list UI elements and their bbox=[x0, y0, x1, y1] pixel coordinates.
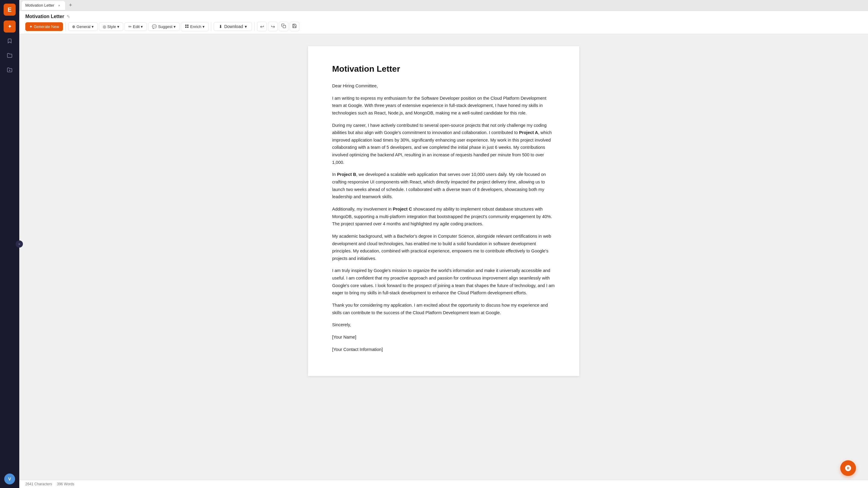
style-chevron-icon: ▾ bbox=[117, 24, 119, 29]
svg-rect-5 bbox=[187, 27, 188, 28]
paragraph-3: In Project B, we developed a scalable we… bbox=[332, 171, 555, 201]
chat-fab-button[interactable] bbox=[840, 460, 856, 476]
status-bar: 2641 Characters 396 Words bbox=[19, 480, 868, 488]
style-button[interactable]: ◎ Style ▾ bbox=[99, 22, 123, 31]
edit-label: Edit bbox=[133, 24, 140, 29]
author-contact: [Your Contact Information] bbox=[332, 346, 555, 353]
paragraph-2-before: During my career, I have actively contri… bbox=[332, 123, 547, 135]
enrich-button[interactable]: Enrich ▾ bbox=[181, 22, 209, 31]
download-chevron-icon: ▾ bbox=[245, 24, 247, 29]
general-chevron-icon: ▾ bbox=[92, 24, 94, 29]
suggest-icon: 💬 bbox=[152, 24, 157, 29]
sidebar-item-bookmark[interactable] bbox=[4, 35, 16, 47]
download-label: Download bbox=[224, 24, 243, 29]
document-title: Motivation Letter bbox=[25, 14, 64, 19]
edit-title-icon[interactable]: ✎ bbox=[67, 14, 70, 19]
download-icon: ⬇ bbox=[219, 24, 222, 29]
project-b-label: Project B bbox=[337, 172, 356, 177]
document-area[interactable]: Motivation Letter Dear Hiring Committee,… bbox=[19, 34, 868, 480]
generate-new-button[interactable]: ✦ Generate New bbox=[25, 22, 63, 31]
style-icon: ◎ bbox=[103, 24, 106, 29]
general-button[interactable]: ⊕ General ▾ bbox=[68, 22, 98, 31]
paragraph-2: During my career, I have actively contri… bbox=[332, 122, 555, 166]
svg-rect-2 bbox=[185, 24, 187, 26]
toolbar-separator-3 bbox=[254, 22, 255, 31]
sidebar-item-folder2[interactable] bbox=[4, 64, 16, 76]
app-logo[interactable]: E bbox=[4, 4, 16, 16]
svg-rect-6 bbox=[283, 25, 286, 28]
tab-label: Motivation Letter bbox=[25, 3, 54, 7]
paragraph-2-after: , which improved application load times … bbox=[332, 130, 552, 165]
suggest-label: Suggest bbox=[158, 24, 173, 29]
paragraph-7: Thank you for considering my application… bbox=[332, 301, 555, 316]
paragraph-5: My academic background, with a Bachelor'… bbox=[332, 233, 555, 262]
tab-add-button[interactable]: + bbox=[66, 1, 75, 10]
paragraph-6: I am truly inspired by Google's mission … bbox=[332, 267, 555, 297]
enrich-label: Enrich bbox=[190, 24, 201, 29]
paragraph-4-before: Additionally, my involvement in bbox=[332, 207, 393, 212]
edit-button[interactable]: ✏ Edit ▾ bbox=[124, 22, 147, 31]
editor-header: Motivation Letter ✎ ✦ Generate New ⊕ Gen… bbox=[19, 11, 868, 34]
svg-rect-4 bbox=[185, 27, 187, 28]
toolbar-separator-1 bbox=[65, 22, 66, 31]
user-avatar[interactable]: V bbox=[4, 474, 15, 484]
edit-chevron-icon: ▾ bbox=[141, 24, 143, 29]
suggest-button[interactable]: 💬 Suggest ▾ bbox=[148, 22, 180, 31]
save-icon bbox=[292, 24, 297, 30]
toolbar-separator-2 bbox=[211, 22, 211, 31]
tab-close-button[interactable]: × bbox=[57, 3, 61, 8]
style-label: Style bbox=[107, 24, 116, 29]
sidebar-item-star[interactable]: ✦ bbox=[4, 21, 16, 33]
general-label: General bbox=[76, 24, 90, 29]
author-name: [Your Name] bbox=[332, 333, 555, 341]
general-icon: ⊕ bbox=[72, 24, 75, 29]
toolbar: ✦ Generate New ⊕ General ▾ ◎ Style ▾ ✏ E… bbox=[25, 22, 862, 34]
enrich-chevron-icon: ▾ bbox=[203, 24, 205, 29]
document-page: Motivation Letter Dear Hiring Committee,… bbox=[308, 46, 579, 376]
generate-label: Generate New bbox=[34, 24, 59, 29]
tab-motivation-letter[interactable]: Motivation Letter × bbox=[22, 1, 65, 10]
sidebar-item-folder1[interactable] bbox=[4, 50, 16, 61]
word-count: 396 Words bbox=[57, 482, 74, 486]
edit-icon: ✏ bbox=[128, 24, 132, 29]
paragraph-4: Additionally, my involvement in Project … bbox=[332, 205, 555, 228]
save-button[interactable] bbox=[290, 22, 299, 31]
project-c-label: Project C bbox=[393, 207, 412, 212]
closing: Sincerely, bbox=[332, 321, 555, 329]
character-count: 2641 Characters bbox=[25, 482, 52, 486]
main-area: Motivation Letter × + Motivation Letter … bbox=[19, 0, 868, 488]
suggest-chevron-icon: ▾ bbox=[174, 24, 176, 29]
project-a-label: Project A bbox=[519, 130, 538, 135]
undo-button[interactable]: ↩ bbox=[257, 22, 267, 31]
redo-icon: ↪ bbox=[271, 24, 275, 30]
svg-rect-3 bbox=[187, 24, 188, 26]
redo-button[interactable]: ↪ bbox=[268, 22, 278, 31]
sidebar-collapse-button[interactable]: » bbox=[16, 240, 23, 248]
generate-icon: ✦ bbox=[29, 24, 33, 29]
download-button[interactable]: ⬇ Download ▾ bbox=[214, 22, 252, 31]
undo-icon: ↩ bbox=[260, 24, 264, 30]
greeting: Dear Hiring Committee, bbox=[332, 82, 555, 90]
copy-icon bbox=[281, 24, 286, 30]
tab-bar: Motivation Letter × + bbox=[19, 0, 868, 11]
enrich-icon bbox=[185, 24, 189, 29]
paragraph-1: I am writing to express my enthusiasm fo… bbox=[332, 95, 555, 117]
document-heading: Motivation Letter bbox=[332, 64, 555, 74]
paragraph-3-before: In bbox=[332, 172, 337, 177]
paragraph-3-after: , we developed a scalable web applicatio… bbox=[332, 172, 546, 199]
copy-button[interactable] bbox=[279, 22, 288, 31]
doc-title-row: Motivation Letter ✎ bbox=[25, 14, 862, 19]
